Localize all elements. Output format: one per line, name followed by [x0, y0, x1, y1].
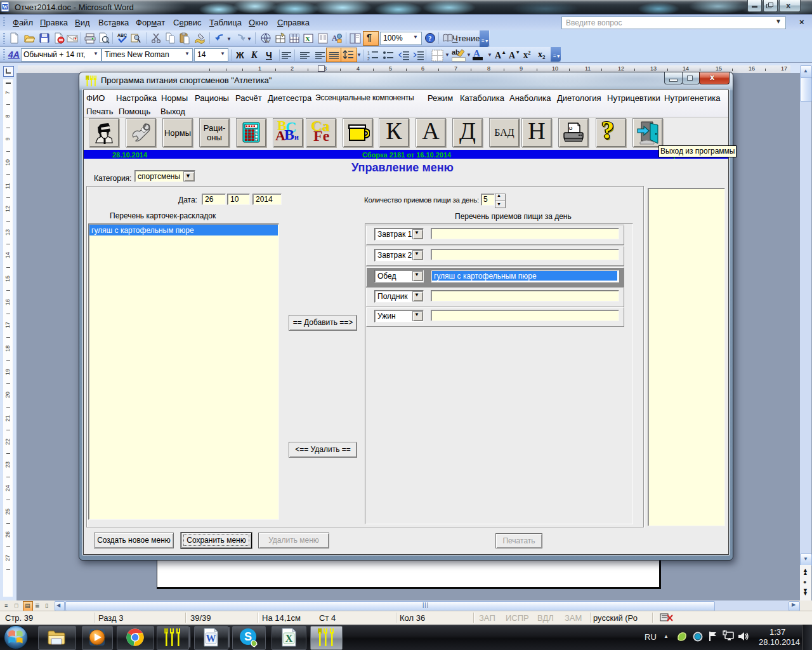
svg-text:c: c: [567, 127, 573, 130]
svg-text:A: A: [332, 34, 337, 43]
svg-text:X: X: [285, 633, 292, 644]
svg-text:S: S: [244, 630, 251, 643]
svg-text:W: W: [206, 633, 216, 644]
svg-text:?: ?: [428, 34, 432, 42]
svg-text:W: W: [3, 4, 8, 10]
svg-text:1: 1: [367, 51, 370, 55]
svg-text:+: +: [256, 138, 259, 142]
svg-text:X: X: [305, 35, 310, 43]
svg-text:2: 2: [367, 56, 370, 61]
